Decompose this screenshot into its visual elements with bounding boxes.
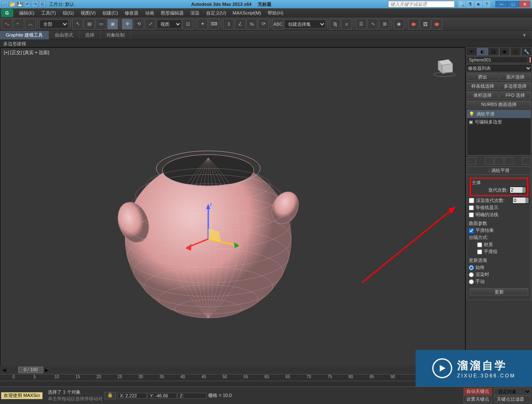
render-setup-tool[interactable]: 🫖 [408, 19, 419, 30]
undo-icon[interactable]: ↶ [24, 1, 31, 7]
stack-config-button[interactable] [522, 157, 531, 165]
ribbon-sub[interactable]: 多边形建模 [0, 40, 532, 47]
coord-z[interactable]: Z: [177, 393, 207, 399]
modifier-list-dropdown[interactable]: 修改器列表 [466, 64, 532, 72]
ribbon-tab-graphite[interactable]: Graphite 建模工具 [0, 31, 49, 39]
sel-nurbs-button[interactable]: NURBS 曲面选择 [467, 101, 531, 108]
sel-vol-button[interactable]: 体积选择 [467, 91, 499, 99]
window-crossing-tool[interactable]: ▣ [107, 19, 118, 30]
menu-tools[interactable]: 工具(T) [38, 10, 59, 16]
link-icon[interactable]: ⎘ [39, 1, 46, 7]
panel-tab-utilities[interactable]: 🔧 [521, 47, 532, 56]
spinner-snap[interactable]: ⟳ [258, 19, 269, 30]
edit-named-sel[interactable]: ABC [273, 19, 283, 30]
select-tool[interactable]: ↖ [72, 19, 83, 30]
material-editor-tool[interactable]: ◉ [394, 19, 404, 30]
layers-tool[interactable]: ☰ [356, 19, 367, 30]
community-icon[interactable]: ⚗ [466, 1, 474, 7]
app-menu-button[interactable]: G [1, 9, 13, 17]
trackbar[interactable]: 051015202530354045505560657075808590 [0, 374, 416, 387]
menu-group[interactable]: 组(G) [59, 10, 77, 16]
minimize-button[interactable]: ─ [495, 1, 507, 7]
viewcube[interactable] [432, 56, 457, 77]
sel-ffd-button[interactable]: FFD 选择 [500, 91, 532, 99]
menu-view[interactable]: 视图(V) [77, 10, 99, 16]
ribbon-tab-paint[interactable]: 对象绘制 [101, 31, 131, 39]
menu-graph[interactable]: 图形编辑器 [158, 10, 187, 16]
menu-help[interactable]: 帮助(H) [264, 10, 286, 16]
update-button[interactable]: 更新 [470, 288, 528, 296]
ribbon-collapse[interactable]: ▾ [517, 31, 532, 39]
stack-turbosmooth[interactable]: 💡涡轮平滑 [467, 110, 531, 118]
smoothgroup-checkbox[interactable] [477, 249, 482, 254]
rect-select-tool[interactable]: ▭ [96, 19, 106, 30]
selection-filter[interactable]: 全部 [39, 20, 69, 29]
normals-checkbox[interactable] [469, 212, 474, 217]
auto-key-button[interactable]: 自动关键点 [463, 388, 492, 395]
update-manual-radio[interactable] [469, 279, 474, 284]
stack-pin-button[interactable] [467, 157, 476, 165]
key-target-dropdown[interactable]: 选定对象 [494, 388, 531, 395]
panel-tab-hierarchy[interactable]: 品 [488, 47, 499, 56]
panel-tab-create[interactable]: ✳ [466, 47, 477, 56]
panel-tab-display[interactable]: ▢ [510, 47, 521, 56]
ref-coord-dropdown[interactable]: 视图 [157, 20, 182, 29]
pivot-tool[interactable]: ⊡ [182, 19, 193, 30]
time-slider-handle[interactable]: 0 / 100 [18, 367, 43, 373]
maximize-button[interactable]: □ [507, 1, 519, 7]
help-icon[interactable]: ? [483, 1, 490, 7]
viewport[interactable]: [+] [正交] [真实 + 边面] [0, 47, 466, 404]
rendered-frame-tool[interactable]: 🖼 [420, 19, 431, 30]
sel-spline-button[interactable]: 样条线选择 [467, 82, 499, 90]
update-always-radio[interactable] [469, 265, 474, 270]
ribbon-tab-selection[interactable]: 选择 [79, 31, 101, 39]
rotate-tool[interactable]: ⟲ [133, 19, 144, 30]
workspace-dropdown[interactable]: 工作台: 默认 [49, 1, 74, 7]
new-icon[interactable]: □ [2, 1, 8, 7]
iterations-input[interactable] [510, 187, 522, 193]
open-icon[interactable]: 📂 [9, 1, 16, 7]
iterations-spinner[interactable] [510, 187, 526, 193]
set-key-button[interactable]: 设置关键点 [463, 396, 492, 403]
menu-create[interactable]: 创建(C) [99, 10, 121, 16]
align-tool[interactable]: ≡ [341, 19, 352, 30]
isoline-checkbox[interactable] [469, 205, 474, 210]
material-checkbox[interactable] [477, 242, 482, 247]
keyboard-shortcut-tool[interactable]: ⌨ [209, 19, 219, 30]
snap-2d[interactable]: 3 [223, 19, 234, 30]
coord-y[interactable]: Y: -46.86 [148, 393, 177, 399]
named-selection-dropdown[interactable]: 创建选择集 [284, 20, 326, 29]
teapot-mesh[interactable]: z [104, 123, 312, 322]
percent-snap[interactable]: % [246, 19, 257, 30]
menu-modifiers[interactable]: 修改器 [121, 10, 142, 16]
stack-editablepoly[interactable]: ▣可编辑多边形 [467, 118, 531, 126]
search-icon[interactable]: 🔍 [458, 1, 466, 7]
menu-animation[interactable]: 动画 [142, 10, 158, 16]
stack-unique-button[interactable] [495, 157, 504, 165]
rollout-header[interactable]: - 涡轮平滑 [467, 167, 531, 175]
menu-edit[interactable]: 编辑(E) [16, 10, 38, 16]
render-iter-spinner[interactable] [512, 197, 529, 204]
time-slider[interactable]: ◀ 0 / 100 ▶ [0, 366, 466, 374]
object-color-swatch[interactable] [529, 57, 531, 63]
angle-snap[interactable]: ∠ [235, 19, 246, 30]
stack-showend-button[interactable] [485, 157, 494, 165]
favorite-icon[interactable]: ★ [475, 1, 482, 7]
close-button[interactable]: ✕ [519, 1, 530, 7]
link-tool[interactable] [2, 19, 12, 30]
manipulate-tool[interactable]: ✦ [197, 19, 208, 30]
mirror-tool[interactable]: ⧎ [330, 19, 340, 30]
sel-poly-button[interactable]: 多边形选择 [500, 82, 532, 90]
scale-tool[interactable]: ⤢ [145, 19, 156, 30]
object-name-field[interactable] [467, 57, 528, 63]
select-name-tool[interactable]: ▤ [84, 19, 95, 30]
save-icon[interactable]: 💾 [17, 1, 23, 7]
key-filter-button[interactable]: 关键点过滤器 [494, 396, 531, 403]
lock-selection-button[interactable]: 🔒 [104, 392, 116, 399]
menu-customize[interactable]: 自定义(U) [203, 10, 229, 16]
menu-maxscript[interactable]: MAXScript(M) [229, 10, 264, 15]
panel-tab-modify[interactable]: ◐ [477, 47, 488, 56]
panel-tab-motion[interactable]: ◉ [499, 47, 510, 56]
coord-x[interactable]: X: 2.222 [118, 393, 147, 399]
sel-patch-button[interactable]: 面片选择 [500, 73, 532, 81]
